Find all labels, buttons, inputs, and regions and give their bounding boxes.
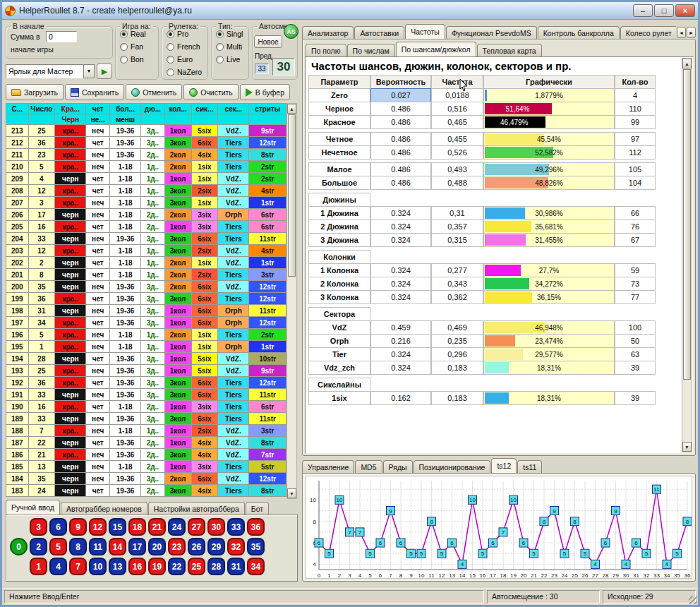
main-tab-6[interactable]: Колесо рулет <box>620 26 676 39</box>
radio-option-French[interactable]: French <box>167 41 207 52</box>
input-tab-4[interactable]: Бот <box>246 502 269 515</box>
history-row-190[interactable]: 19016кра..чет1-182д..1кол3sixTiers6str <box>6 401 286 413</box>
resize-grip[interactable] <box>689 596 697 604</box>
main-tab-1[interactable]: Анализатор <box>302 26 354 39</box>
history-row-213[interactable]: 21325кра..неч19-363д..1кол5sixVdZ.9str <box>6 125 286 137</box>
radio-option-NaZero[interactable]: NaZero <box>167 66 207 78</box>
radio-option-Euro[interactable]: Euro <box>167 54 207 65</box>
board-number-29[interactable]: 29 <box>207 538 225 555</box>
history-row-195[interactable]: 1951кра..неч1-181д..1кол1sixOrph1str <box>6 341 286 353</box>
board-number-28[interactable]: 28 <box>207 558 225 575</box>
board-number-13[interactable]: 13 <box>109 558 126 575</box>
series-tab-3[interactable]: Ряды <box>383 460 413 473</box>
board-number-10[interactable]: 10 <box>89 558 107 575</box>
board-number-22[interactable]: 22 <box>168 558 186 575</box>
minimize-button[interactable]: – <box>633 4 653 17</box>
history-row-205[interactable]: 20516кра..чет1-182д..1кол3sixTiers6str <box>6 221 286 233</box>
board-number-1[interactable]: 1 <box>30 558 47 575</box>
play-button[interactable]: ▶ <box>97 64 112 79</box>
freq-subtab-1[interactable]: По полю <box>306 44 346 56</box>
freq-subtab-2[interactable]: По числам <box>347 44 395 56</box>
board-number-35[interactable]: 35 <box>247 538 265 555</box>
history-scrollbar[interactable]: ▲ ▼ <box>286 103 297 499</box>
toolbar-button-save-disk[interactable]: Сохранить <box>65 84 124 100</box>
series-tab-2[interactable]: MD5 <box>355 460 382 473</box>
input-tab-3[interactable]: Настройки автограббера <box>148 502 245 515</box>
radio-option-Bon[interactable]: Bon <box>120 54 158 65</box>
board-number-14[interactable]: 14 <box>109 538 126 555</box>
history-row-188[interactable]: 1887кра..неч1-181д..1кол2sixVdZ.3str <box>6 425 286 437</box>
board-number-12[interactable]: 12 <box>89 518 107 536</box>
board-number-30[interactable]: 30 <box>207 518 225 536</box>
input-tab-2[interactable]: Автограббер номеров <box>61 502 147 515</box>
board-number-27[interactable]: 27 <box>188 518 205 536</box>
freq-subtab-4[interactable]: Тепловая карта <box>477 44 542 56</box>
board-number-23[interactable]: 23 <box>168 538 186 555</box>
toolbar-button-undo[interactable]: Отменить <box>126 84 182 100</box>
board-number-9[interactable]: 9 <box>69 518 87 536</box>
board-number-17[interactable]: 17 <box>128 538 146 555</box>
maximize-button[interactable]: □ <box>654 4 674 17</box>
history-row-192[interactable]: 19236кра..чет19-363д..3кол6sixTiers12str <box>6 377 286 389</box>
series-tab-6[interactable]: ts11 <box>517 460 542 473</box>
history-row-210[interactable]: 2105кра..неч1-181д..2кол1sixTiers2str <box>6 161 286 173</box>
radio-option-Fan[interactable]: Fan <box>120 41 158 52</box>
history-row-212[interactable]: 21236кра..чет19-363д..3кол6sixTiers12str <box>6 137 286 149</box>
board-number-11[interactable]: 11 <box>89 538 107 555</box>
radio-option-Live[interactable]: Live <box>216 54 248 65</box>
board-number-26[interactable]: 26 <box>188 538 205 555</box>
history-row-211[interactable]: 21123кра..неч19-362д..2кол4sixTiers8str <box>6 149 286 161</box>
scroll-up-icon[interactable]: ▲ <box>682 59 692 68</box>
freq-scrollbar[interactable]: ▲ ▼ <box>682 58 692 452</box>
start-sum-input[interactable]: 0 <box>46 31 77 42</box>
board-number-31[interactable]: 31 <box>227 558 245 575</box>
chevron-down-icon[interactable]: ▼ <box>83 64 95 78</box>
freq-subtab-3[interactable]: По шансам/дюж/кол <box>396 42 476 56</box>
history-row-209[interactable]: 2094чернчет1-181д..1кол1sixVdZ.2str <box>6 173 286 185</box>
board-number-19[interactable]: 19 <box>148 558 166 575</box>
scroll-up-icon[interactable]: ▲ <box>287 104 296 114</box>
new-button[interactable]: Новое <box>254 35 282 48</box>
board-number-16[interactable]: 16 <box>128 558 146 575</box>
series-tab-4[interactable]: Позиционирование <box>414 460 491 473</box>
tab-scroll-left-icon[interactable]: ◄ <box>677 27 686 38</box>
history-row-186[interactable]: 18621кра..неч19-362д..3кол4sixVdZ.7str <box>6 449 286 461</box>
history-row-200[interactable]: 20035черннеч19-363д..2кол6sixVdZ.12str <box>6 281 286 293</box>
series-tab-1[interactable]: Управление <box>302 460 354 473</box>
main-tab-5[interactable]: Контроль банкролла <box>538 26 620 39</box>
history-row-196[interactable]: 1965кра..неч1-181д..2кол1sixTiers2str <box>6 329 286 341</box>
as-button[interactable]: AS <box>284 24 298 39</box>
board-number-34[interactable]: 34 <box>247 558 265 575</box>
scroll-down-icon[interactable]: ▼ <box>287 488 296 498</box>
history-row-189[interactable]: 18933черннеч19-363д..3кол6sixTiers11str <box>6 413 286 425</box>
board-number-25[interactable]: 25 <box>188 558 205 575</box>
history-row-208[interactable]: 20812кра..чет1-181д..3кол2sixVdZ.4str <box>6 185 286 197</box>
board-number-8[interactable]: 8 <box>69 538 87 555</box>
scrollbar-thumb[interactable] <box>288 114 296 277</box>
scroll-down-icon[interactable]: ▼ <box>682 442 692 452</box>
board-number-2[interactable]: 2 <box>30 538 47 555</box>
board-number-20[interactable]: 20 <box>148 538 166 555</box>
board-number-24[interactable]: 24 <box>168 518 186 536</box>
series-tab-5[interactable]: ts12 <box>491 458 517 473</box>
radio-option-Multi[interactable]: Multi <box>216 41 248 52</box>
toolbar-button-open-folder[interactable]: Загрузить <box>6 84 64 100</box>
history-row-207[interactable]: 2073кра..неч1-181д..3кол1sixVdZ.1str <box>6 197 286 209</box>
board-number-7[interactable]: 7 <box>69 558 87 575</box>
board-number-3[interactable]: 3 <box>30 518 47 536</box>
board-number-0[interactable]: 0 <box>10 538 28 555</box>
board-number-15[interactable]: 15 <box>109 518 126 536</box>
board-number-21[interactable]: 21 <box>148 518 166 536</box>
main-tab-2[interactable]: Автоставки <box>354 26 404 39</box>
toolbar-button-clear[interactable]: Очистить <box>183 84 239 100</box>
history-row-191[interactable]: 19133черннеч19-363д..3кол6sixTiers11str <box>6 389 286 401</box>
history-row-204[interactable]: 20433черннеч19-363д..3кол6sixTiers11str <box>6 233 286 245</box>
board-number-36[interactable]: 36 <box>247 518 265 536</box>
history-row-198[interactable]: 19831черннеч19-363д..1кол6sixOrph11str <box>6 305 286 317</box>
history-row-202[interactable]: 2022чернчет1-181д..2кол1sixVdZ.1str <box>6 257 286 269</box>
history-row-184[interactable]: 18435черннеч19-363д..2кол6sixVdZ.12str <box>6 473 286 485</box>
toolbar-button-copy-buffer[interactable]: В буфер <box>240 84 290 100</box>
history-row-199[interactable]: 19936кра..чет19-363д..3кол6sixTiers12str <box>6 293 286 305</box>
close-button[interactable]: × <box>675 4 695 17</box>
input-tab-1[interactable]: Ручной ввод <box>6 500 60 515</box>
